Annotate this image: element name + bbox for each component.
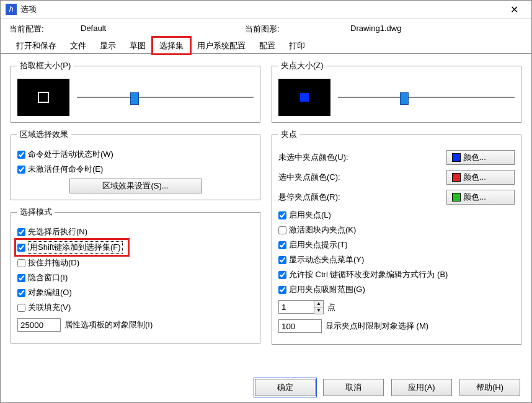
- grips-grip_snap-checkbox[interactable]: [278, 286, 286, 294]
- select-mode-implied_window-checkbox[interactable]: [17, 274, 25, 282]
- grip-size-legend: 夹点大小(Z): [278, 60, 326, 71]
- grips-dynamic_menu-checkbox[interactable]: [278, 256, 286, 264]
- select-mode-press_drag[interactable]: 按住并拖动(D): [17, 257, 254, 268]
- selected-grip-color-button[interactable]: 颜色...: [446, 170, 515, 185]
- tab-2[interactable]: 显示: [93, 37, 123, 54]
- region-effect-legend: 区域选择效果: [17, 129, 71, 140]
- select-mode-object_group-checkbox[interactable]: [17, 289, 25, 297]
- selected-grip-color-row: 选中夹点颜色(C): 颜色...: [278, 170, 515, 185]
- grips-grips_in_block-label: 激活图块内夹点(K): [289, 224, 356, 236]
- grip-display-limit-label: 显示夹点时限制对象选择 (M): [326, 321, 428, 332]
- pickbox-slider[interactable]: [77, 91, 254, 104]
- dialog-footer: 确定 取消 应用(A) 帮助(H): [255, 379, 520, 396]
- select-mode-object_group[interactable]: 对象编组(O): [17, 287, 254, 298]
- grip-display-limit-row: 显示夹点时限制对象选择 (M): [278, 319, 515, 333]
- unselected-grip-swatch-icon: [452, 153, 461, 162]
- unselected-grip-color-row: 未选中夹点颜色(U): 颜色...: [278, 150, 515, 165]
- grips-grip_snap[interactable]: 启用夹点吸附范围(G): [278, 284, 515, 295]
- hover-grip-color-button[interactable]: 颜色...: [446, 190, 515, 205]
- select-mode-noun_verb-checkbox[interactable]: [17, 228, 25, 236]
- pickbox-preview: [17, 79, 69, 116]
- region-effect-not-active[interactable]: 未激活任何命令时(E): [17, 164, 254, 175]
- grip-point-spinner[interactable]: ▲ ▼: [314, 300, 324, 314]
- tab-4[interactable]: 选择集: [153, 37, 190, 54]
- select-mode-shift_add[interactable]: 用Shift键添加到选择集(F): [17, 241, 126, 254]
- select-mode-group: 选择模式 先选择后执行(N)用Shift键添加到选择集(F)按住并拖动(D)隐含…: [11, 206, 260, 343]
- region-effect-not-active-label: 未激活任何命令时(E): [28, 164, 103, 175]
- grips-dynamic_menu-label: 显示动态夹点菜单(Y): [289, 254, 364, 265]
- help-button[interactable]: 帮助(H): [459, 379, 520, 396]
- pickbox-size-legend: 拾取框大小(P): [17, 60, 73, 71]
- select-mode-assoc_hatch-checkbox[interactable]: [17, 304, 25, 312]
- current-drawing-value: Drawing1.dwg: [350, 24, 401, 35]
- select-mode-noun_verb[interactable]: 先选择后执行(N): [17, 226, 254, 237]
- region-effect-not-active-checkbox[interactable]: [17, 166, 25, 174]
- grip-display-limit-input[interactable]: [278, 319, 322, 333]
- grip-point-input[interactable]: [278, 300, 314, 314]
- tab-7[interactable]: 打印: [282, 37, 312, 54]
- cancel-button[interactable]: 取消: [323, 379, 384, 396]
- selected-grip-swatch-icon: [452, 173, 461, 182]
- select-mode-press_drag-label: 按住并拖动(D): [28, 257, 79, 268]
- tab-5[interactable]: 用户系统配置: [190, 37, 252, 54]
- unselected-grip-color-button[interactable]: 颜色...: [446, 150, 515, 165]
- grip-point-label: 点: [327, 302, 335, 313]
- select-mode-shift_add-label: 用Shift键添加到选择集(F): [28, 241, 123, 254]
- attr-palette-limit-label: 属性选项板的对象限制(I): [64, 319, 153, 330]
- window-title: 选项: [20, 4, 502, 15]
- region-effect-group: 区域选择效果 命令处于活动状态时(W) 未激活任何命令时(E) 区域效果设置(S…: [11, 129, 260, 200]
- select-mode-implied_window-label: 隐含窗口(I): [28, 272, 68, 283]
- select-mode-shift_add-checkbox[interactable]: [17, 244, 25, 252]
- grip-preview: [278, 79, 330, 116]
- grips-group: 夹点 未选中夹点颜色(U): 颜色... 选中夹点颜色(C): 颜色...: [272, 129, 521, 345]
- region-effect-cmd-active-label: 命令处于活动状态时(W): [28, 149, 113, 160]
- select-mode-implied_window[interactable]: 隐含窗口(I): [17, 272, 254, 283]
- grips-grip_tips[interactable]: 启用夹点提示(T): [278, 239, 515, 250]
- grips-grips_in_block[interactable]: 激活图块内夹点(K): [278, 224, 515, 236]
- tab-6[interactable]: 配置: [252, 37, 282, 54]
- region-effect-cmd-active-checkbox[interactable]: [17, 151, 25, 159]
- select-mode-limit-row: 属性选项板的对象限制(I): [17, 318, 254, 332]
- region-effect-cmd-active[interactable]: 命令处于活动状态时(W): [17, 149, 254, 160]
- tab-1[interactable]: 文件: [63, 37, 93, 54]
- hover-grip-color-row: 悬停夹点颜色(R): 颜色...: [278, 190, 515, 205]
- attr-palette-limit-input[interactable]: [17, 318, 61, 332]
- select-mode-object_group-label: 对象编组(O): [28, 287, 72, 298]
- grips-enable_grips[interactable]: 启用夹点(L): [278, 210, 515, 221]
- tab-3[interactable]: 草图: [123, 37, 153, 54]
- tab-0[interactable]: 打开和保存: [9, 37, 63, 54]
- grips-legend: 夹点: [278, 129, 299, 140]
- select-mode-assoc_hatch[interactable]: 关联填充(V): [17, 302, 254, 313]
- grips-ctrl_cycle-label: 允许按 Ctrl 键循环改变对象编辑方式行为 (B): [289, 269, 448, 280]
- hover-grip-swatch-icon: [452, 193, 461, 202]
- app-icon: h: [6, 4, 17, 15]
- current-profile-value: Default: [81, 24, 245, 35]
- profile-info-row: 当前配置: Default 当前图形: Drawing1.dwg: [1, 19, 531, 37]
- grips-grips_in_block-checkbox[interactable]: [278, 226, 286, 234]
- select-mode-legend: 选择模式: [17, 206, 55, 218]
- options-dialog: h 选项 ✕ 当前配置: Default 当前图形: Drawing1.dwg …: [0, 0, 532, 403]
- grip-point-row: ▲ ▼ 点: [278, 300, 515, 314]
- grip-preview-icon: [300, 93, 309, 102]
- tab-strip: 打开和保存文件显示草图选择集用户系统配置配置打印: [1, 37, 531, 54]
- grips-enable_grips-checkbox[interactable]: [278, 211, 286, 219]
- grip-size-group: 夹点大小(Z): [272, 60, 521, 123]
- select-mode-press_drag-checkbox[interactable]: [17, 259, 25, 267]
- ok-button[interactable]: 确定: [255, 379, 316, 396]
- dialog-body: 拾取框大小(P) 区域选择效果 命令处于活动状态时(W): [1, 54, 531, 351]
- titlebar: h 选项 ✕: [1, 1, 531, 19]
- grip-slider[interactable]: [338, 91, 515, 104]
- grips-dynamic_menu[interactable]: 显示动态夹点菜单(Y): [278, 254, 515, 265]
- pickbox-size-group: 拾取框大小(P): [11, 60, 260, 123]
- spinner-down-icon[interactable]: ▼: [314, 308, 323, 314]
- apply-button[interactable]: 应用(A): [391, 379, 452, 396]
- grips-ctrl_cycle[interactable]: 允许按 Ctrl 键循环改变对象编辑方式行为 (B): [278, 269, 515, 280]
- region-effect-settings-button[interactable]: 区域效果设置(S)...: [69, 179, 202, 193]
- grips-enable_grips-label: 启用夹点(L): [289, 210, 331, 221]
- close-icon[interactable]: ✕: [502, 4, 526, 16]
- grips-grip_tips-checkbox[interactable]: [278, 241, 286, 249]
- spinner-up-icon[interactable]: ▲: [314, 301, 323, 308]
- right-column: 夹点大小(Z) 夹点 未选中夹点颜色(U):: [270, 60, 523, 345]
- selected-grip-color-label: 选中夹点颜色(C):: [278, 172, 446, 183]
- grips-ctrl_cycle-checkbox[interactable]: [278, 271, 286, 279]
